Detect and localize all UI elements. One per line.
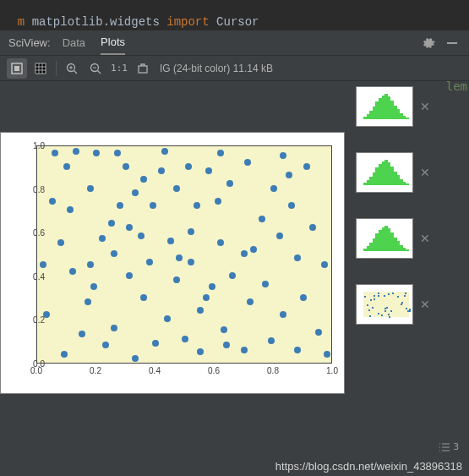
- code-kw-from: m: [18, 15, 32, 29]
- thumbnail-count-value: 3: [453, 441, 459, 452]
- scatter-point: [117, 202, 123, 209]
- sciview-label: SciView:: [8, 36, 51, 49]
- scatter-point: [197, 348, 204, 355]
- scatter-point: [161, 148, 168, 155]
- scatter-point: [132, 189, 139, 196]
- scatter-point: [270, 185, 277, 192]
- svg-rect-0: [447, 42, 457, 44]
- svg-line-8: [98, 70, 101, 74]
- scatter-point: [315, 329, 322, 336]
- scatter-point: [288, 202, 295, 209]
- scatter-point: [286, 172, 292, 178]
- scatter-point: [87, 185, 94, 192]
- scatter-point: [226, 180, 233, 187]
- scatter-point: [40, 261, 46, 268]
- scatter-point: [303, 163, 310, 170]
- scatter-point: [114, 150, 121, 156]
- scatter-point: [229, 272, 236, 279]
- scatter-point: [209, 283, 215, 290]
- scatter-point: [126, 224, 133, 231]
- scatter-point: [321, 261, 328, 268]
- scatter-point: [93, 150, 100, 156]
- scatter-point: [276, 233, 283, 239]
- code-module: matplotlib.widgets: [32, 15, 160, 29]
- y-tick-label: 1.0: [33, 141, 45, 150]
- y-tick-label: 0.6: [33, 228, 45, 238]
- one-to-one-button[interactable]: 1:1: [109, 58, 129, 79]
- thumb-row: ✕: [356, 218, 462, 259]
- scatter-point: [223, 342, 230, 348]
- scatter-point: [123, 163, 129, 170]
- scatter-point: [324, 351, 330, 358]
- scatter-point: [57, 239, 64, 246]
- scatter-point: [259, 216, 265, 222]
- scatter-point: [217, 150, 224, 156]
- code-symbol: Cursor: [216, 15, 259, 29]
- scatter-point: [173, 276, 180, 283]
- scatter-point: [69, 268, 76, 275]
- scatter-point: [294, 254, 301, 261]
- plot-frame[interactable]: 0.00.20.40.60.81.00.00.20.40.60.81.0: [0, 132, 345, 394]
- plot-thumbnail[interactable]: [356, 152, 413, 193]
- scatter-point: [221, 326, 227, 333]
- x-tick-label: 0.6: [208, 366, 220, 375]
- scatter-point: [173, 185, 180, 192]
- scatter-point: [61, 351, 68, 358]
- gear-icon[interactable]: [420, 35, 437, 52]
- close-icon[interactable]: ✕: [420, 100, 430, 113]
- thumbnail-count: 3: [439, 441, 459, 452]
- grid-icon[interactable]: [30, 58, 51, 79]
- x-tick-label: 0.0: [30, 366, 42, 375]
- scatter-point: [280, 311, 286, 318]
- close-icon[interactable]: ✕: [420, 232, 430, 245]
- x-tick-label: 0.4: [149, 366, 161, 375]
- y-tick-label: 0.8: [33, 184, 45, 194]
- plot-thumbnail[interactable]: [356, 284, 413, 325]
- scatter-point: [176, 254, 183, 261]
- scatter-point: [194, 202, 200, 209]
- scatter-point: [99, 235, 106, 242]
- code-kw-import: import: [160, 15, 216, 29]
- scatter-point: [52, 150, 58, 156]
- x-tick-label: 1.0: [326, 366, 338, 375]
- scatter-point: [197, 307, 204, 314]
- scatter-point: [87, 261, 94, 268]
- separator: [56, 61, 57, 76]
- tab-data[interactable]: Data: [63, 31, 85, 54]
- x-tick-label: 0.2: [90, 366, 101, 375]
- plot-area[interactable]: [36, 145, 332, 364]
- plot-thumbnail[interactable]: [356, 218, 413, 259]
- scatter-point: [188, 228, 194, 235]
- scatter-point: [185, 163, 192, 170]
- svg-rect-2: [14, 66, 19, 71]
- scatter-point: [247, 298, 254, 305]
- scatter-point: [111, 325, 117, 331]
- thumb-row: ✕: [356, 152, 462, 193]
- close-icon[interactable]: ✕: [420, 166, 430, 179]
- scatter-point: [205, 167, 212, 174]
- scatter-point: [111, 250, 117, 257]
- minimize-icon[interactable]: [444, 35, 461, 52]
- x-tick-label: 0.8: [267, 366, 279, 375]
- scatter-point: [268, 337, 275, 344]
- plot-thumbnail[interactable]: [356, 86, 413, 127]
- scatter-point: [167, 238, 174, 244]
- scatter-point: [241, 347, 248, 353]
- close-icon[interactable]: ✕: [420, 298, 430, 311]
- watermark: https://blog.csdn.net/weixin_43896318: [275, 460, 462, 473]
- y-tick-label: 0.4: [33, 271, 45, 281]
- scatter-point: [217, 239, 224, 246]
- export-icon[interactable]: [133, 58, 153, 79]
- scatter-point: [79, 331, 85, 337]
- scatter-point: [108, 220, 115, 227]
- zoom-in-icon[interactable]: [62, 58, 82, 79]
- scatter-point: [309, 224, 316, 231]
- zoom-out-icon[interactable]: [85, 58, 106, 79]
- tab-plots[interactable]: Plots: [101, 30, 125, 55]
- scatter-point: [152, 340, 159, 347]
- fit-screen-icon[interactable]: [7, 58, 27, 79]
- list-icon: [439, 443, 450, 451]
- svg-line-4: [74, 70, 78, 74]
- thumb-row: ✕: [356, 284, 462, 325]
- scatter-point: [215, 198, 221, 205]
